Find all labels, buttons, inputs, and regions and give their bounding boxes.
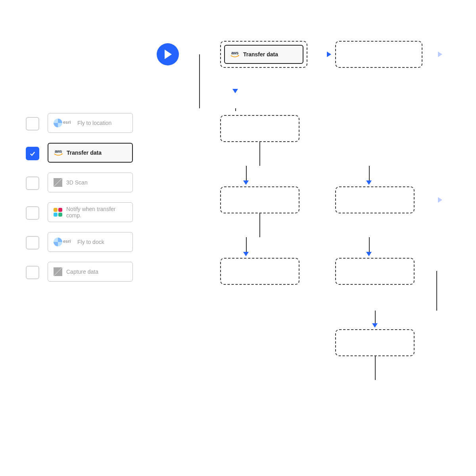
connector bbox=[246, 166, 369, 167]
flow-node-active-inner[interactable]: aws Transfer data bbox=[224, 45, 303, 64]
arrow-right-icon bbox=[327, 52, 331, 57]
flow-node[interactable] bbox=[220, 186, 299, 213]
action-card[interactable]: Fly to location bbox=[48, 113, 133, 133]
aws-icon: aws bbox=[54, 148, 63, 157]
arrow-down-icon bbox=[243, 252, 249, 256]
connector bbox=[369, 166, 370, 182]
action-label: Notify when transfer comp. bbox=[66, 206, 127, 219]
action-label: Fly to location bbox=[66, 120, 111, 126]
arrow-right-icon bbox=[438, 197, 442, 203]
flow-node[interactable] bbox=[335, 258, 415, 285]
slack-icon bbox=[54, 208, 62, 217]
connector bbox=[415, 200, 438, 200]
connector bbox=[199, 108, 236, 109]
flow-node[interactable] bbox=[220, 258, 299, 285]
action-card[interactable]: 3D Scan bbox=[48, 173, 133, 192]
connector bbox=[422, 54, 438, 55]
arrow-down-icon bbox=[372, 323, 378, 328]
flow-node-label: Transfer data bbox=[243, 51, 278, 58]
connector bbox=[199, 54, 200, 108]
connector bbox=[415, 271, 436, 272]
svg-marker-0 bbox=[165, 50, 172, 59]
action-notify-transfer[interactable]: Notify when transfer comp. bbox=[26, 202, 161, 222]
action-card[interactable]: Notify when transfer comp. bbox=[48, 202, 133, 222]
flow-node[interactable] bbox=[335, 41, 422, 68]
arrow-down-icon bbox=[366, 180, 372, 185]
connector bbox=[436, 271, 437, 311]
checkbox[interactable] bbox=[26, 206, 39, 220]
action-label: Transfer data bbox=[67, 150, 102, 156]
checkbox[interactable] bbox=[26, 236, 39, 250]
action-capture-data[interactable]: Capture data bbox=[26, 262, 161, 282]
connector bbox=[375, 311, 376, 324]
action-card[interactable]: Capture data bbox=[48, 262, 133, 282]
play-button[interactable] bbox=[157, 43, 179, 65]
action-fly-to-location[interactable]: Fly to location bbox=[26, 113, 161, 133]
action-fly-to-dock[interactable]: Fly to dock bbox=[26, 232, 161, 252]
arrow-down-icon bbox=[366, 252, 372, 256]
flow-node[interactable] bbox=[335, 186, 415, 213]
arrow-down-icon bbox=[232, 89, 238, 93]
connector bbox=[259, 142, 260, 166]
play-icon bbox=[164, 50, 172, 59]
connector bbox=[369, 237, 370, 253]
checkbox[interactable] bbox=[26, 266, 39, 279]
esri-icon bbox=[54, 238, 62, 246]
checkbox[interactable] bbox=[26, 147, 39, 160]
connector bbox=[375, 356, 376, 380]
connector bbox=[246, 166, 247, 182]
action-3d-scan[interactable]: 3D Scan bbox=[26, 173, 161, 192]
action-card[interactable]: aws Transfer data bbox=[48, 143, 133, 163]
flow-node[interactable] bbox=[335, 329, 415, 356]
connector bbox=[246, 237, 247, 253]
connector bbox=[375, 311, 436, 311]
action-label: Fly to dock bbox=[66, 239, 104, 245]
checkbox[interactable] bbox=[26, 177, 39, 190]
action-label: 3D Scan bbox=[66, 179, 88, 186]
scan-icon bbox=[54, 267, 62, 276]
scan-icon bbox=[54, 178, 62, 187]
aws-icon: aws bbox=[230, 51, 239, 58]
esri-icon bbox=[54, 119, 62, 127]
arrow-down-icon bbox=[243, 180, 249, 185]
connector bbox=[246, 237, 369, 238]
action-label: Capture data bbox=[66, 269, 98, 275]
connector bbox=[259, 213, 260, 237]
checkbox[interactable] bbox=[26, 117, 39, 131]
workflow-canvas: Fly to location aws Transfer data 3D Sca… bbox=[0, 0, 476, 476]
flow-node[interactable] bbox=[220, 115, 299, 142]
connector bbox=[235, 108, 236, 111]
action-card[interactable]: Fly to dock bbox=[48, 232, 133, 252]
arrow-right-icon bbox=[438, 52, 442, 57]
action-transfer-data[interactable]: aws Transfer data bbox=[26, 143, 161, 163]
connector bbox=[307, 54, 327, 55]
